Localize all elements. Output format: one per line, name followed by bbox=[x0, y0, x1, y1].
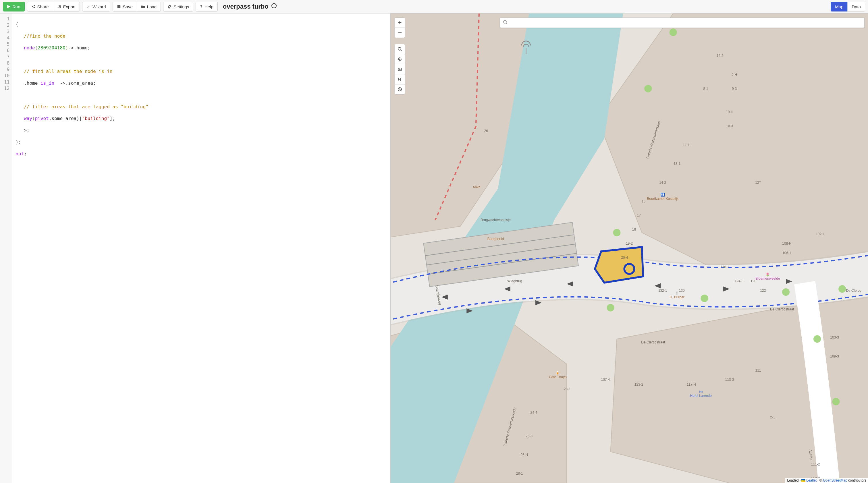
gear-icon bbox=[167, 5, 172, 9]
help-button[interactable]: ? Help bbox=[195, 2, 217, 11]
wand-icon bbox=[87, 5, 91, 9]
main-split: 123 456 789 101112 ( //find the node nod… bbox=[0, 13, 868, 483]
toolbar: Run Share Export Wizard Save Load Settin… bbox=[0, 0, 868, 13]
save-label: Save bbox=[123, 4, 133, 9]
svg-rect-30 bbox=[400, 78, 401, 81]
svg-point-20 bbox=[701, 295, 708, 302]
svg-point-19 bbox=[607, 304, 614, 312]
export-icon bbox=[57, 5, 61, 9]
svg-point-16 bbox=[613, 229, 620, 236]
svg-marker-14 bbox=[595, 247, 643, 283]
fullscreen-button[interactable] bbox=[395, 74, 405, 85]
zoom-in-button[interactable]: + bbox=[395, 18, 405, 28]
share-icon bbox=[31, 5, 35, 9]
search-tool-button[interactable] bbox=[395, 44, 405, 54]
run-label: Run bbox=[12, 4, 21, 9]
play-icon bbox=[7, 5, 10, 8]
osm-link[interactable]: OpenStreetMap bbox=[823, 478, 847, 482]
svg-point-2 bbox=[34, 7, 35, 8]
map-attribution: 🇺🇦 Leaflet | © OpenStreetMap contributor… bbox=[799, 478, 868, 483]
svg-point-1 bbox=[34, 5, 35, 6]
run-button[interactable]: Run bbox=[3, 2, 25, 11]
data-tab-button[interactable]: Data bbox=[847, 2, 865, 11]
data-tab-label: Data bbox=[851, 4, 861, 9]
code-editor[interactable]: 123 456 789 101112 ( //find the node nod… bbox=[0, 13, 391, 483]
save-icon bbox=[117, 5, 121, 9]
export-button[interactable]: Export bbox=[53, 2, 80, 11]
folder-icon bbox=[141, 5, 145, 9]
settings-button[interactable]: Settings bbox=[163, 2, 193, 11]
svg-point-24 bbox=[838, 285, 846, 293]
map-panel[interactable]: Wiegbrug De Clercqstraat De Clercqstraat… bbox=[391, 13, 868, 483]
app-title: overpass turbo bbox=[223, 3, 277, 11]
svg-point-22 bbox=[832, 398, 840, 406]
map-tab-label: Map bbox=[835, 4, 843, 9]
zoom-controls: + − bbox=[395, 18, 405, 38]
map-search-input[interactable] bbox=[510, 21, 861, 25]
share-label: Share bbox=[37, 4, 49, 9]
svg-point-3 bbox=[272, 3, 276, 8]
svg-point-32 bbox=[503, 21, 506, 23]
svg-point-21 bbox=[782, 288, 789, 296]
settings-label: Settings bbox=[174, 4, 189, 9]
map-tab-button[interactable]: Map bbox=[831, 2, 847, 11]
code-area[interactable]: ( //find the node node(2809204180)->.hom… bbox=[12, 13, 152, 483]
svg-point-25 bbox=[398, 47, 401, 50]
logo-icon bbox=[271, 3, 277, 11]
map-svg bbox=[391, 13, 868, 483]
save-button[interactable]: Save bbox=[113, 2, 137, 11]
export-label: Export bbox=[63, 4, 75, 9]
svg-point-23 bbox=[813, 335, 821, 343]
svg-point-27 bbox=[399, 59, 400, 60]
wizard-button[interactable]: Wizard bbox=[82, 2, 110, 11]
zoom-out-button[interactable]: − bbox=[395, 28, 405, 38]
help-label: Help bbox=[205, 4, 213, 9]
load-label: Load bbox=[147, 4, 157, 9]
search-icon bbox=[503, 20, 507, 26]
map-search-box[interactable] bbox=[500, 18, 865, 28]
svg-point-17 bbox=[644, 85, 652, 93]
map-tool-controls bbox=[395, 44, 405, 94]
clear-button[interactable] bbox=[395, 84, 405, 94]
question-icon: ? bbox=[200, 4, 203, 9]
wizard-label: Wizard bbox=[92, 4, 106, 9]
leaflet-link[interactable]: Leaflet bbox=[806, 478, 816, 482]
map-footer: 🇺🇦 Leaflet | © OpenStreetMap contributor… bbox=[785, 478, 868, 483]
svg-point-18 bbox=[669, 28, 677, 36]
share-button[interactable]: Share bbox=[27, 2, 53, 11]
line-gutter: 123 456 789 101112 bbox=[0, 13, 12, 483]
locate-button[interactable] bbox=[395, 54, 405, 64]
bbox-button[interactable] bbox=[395, 64, 405, 74]
load-button[interactable]: Load bbox=[137, 2, 161, 11]
